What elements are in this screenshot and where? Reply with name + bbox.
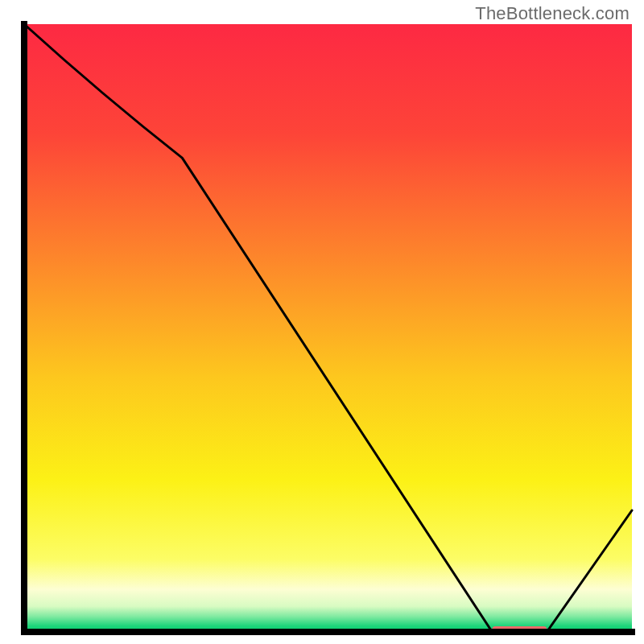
chart-svg bbox=[0, 0, 644, 644]
chart-container: TheBottleneck.com bbox=[0, 0, 644, 644]
plot-gradient-bg bbox=[24, 24, 632, 632]
